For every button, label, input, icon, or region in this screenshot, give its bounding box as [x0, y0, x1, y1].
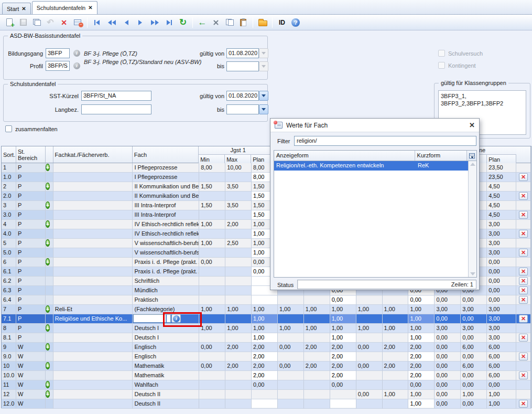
cell-value[interactable]: 1,00 [252, 305, 278, 314]
cell-value[interactable] [225, 333, 252, 343]
toolbar-id-button[interactable]: ID [276, 16, 288, 29]
tab-schulstundentafeln[interactable]: Schulstundentafeln [32, 1, 97, 14]
sst-gueltig-von-dropdown[interactable] [259, 91, 268, 101]
cell-value[interactable]: 2,00 [225, 362, 252, 371]
delete-row-button[interactable] [519, 173, 528, 181]
cell-value[interactable] [304, 352, 330, 362]
delete-row-button[interactable] [519, 277, 528, 285]
cell-value[interactable]: 1,00 [330, 314, 356, 324]
cell-value[interactable]: 1,00 [252, 324, 278, 333]
cell-value[interactable] [225, 295, 252, 305]
cell-value[interactable]: 1,00 [356, 305, 383, 314]
toolbar-new-document[interactable] [3, 16, 16, 29]
column-header-bereich[interactable]: St. Bereich [16, 146, 46, 163]
cell-value[interactable]: 2,00 [408, 352, 435, 362]
table-row[interactable]: 11WWahlfach0,000,000,000,000,000,00 [2, 380, 531, 390]
cell-value[interactable] [225, 380, 252, 390]
toolbar-copy[interactable] [223, 16, 236, 29]
cell-value[interactable]: 0,00 [461, 371, 487, 380]
column-header-fach[interactable]: Fach [133, 146, 199, 163]
column-header-plus[interactable] [46, 146, 53, 163]
cell-value[interactable]: 0,00 [278, 343, 304, 352]
expand-plus-icon[interactable] [46, 324, 50, 332]
cell-value[interactable]: 3,00 [487, 239, 516, 248]
cell-value[interactable]: 6,00 [461, 343, 487, 352]
expand-plus-icon[interactable] [46, 164, 50, 171]
cell-value[interactable]: 2,00 [252, 343, 278, 352]
cell-value[interactable] [356, 352, 383, 362]
expand-plus-icon[interactable] [46, 239, 50, 247]
cell-value[interactable]: 6,00 [487, 371, 516, 380]
cell-value[interactable]: 1,50 [199, 182, 225, 192]
cell-value[interactable]: 0,00 [330, 380, 356, 390]
cell-value[interactable]: 0,00 [356, 390, 383, 399]
cell-value[interactable] [278, 380, 304, 390]
cell-value[interactable] [199, 229, 225, 239]
toolbar-table-remove[interactable] [71, 16, 84, 29]
cell-value[interactable]: 0,00 [461, 333, 487, 343]
cell-value[interactable] [199, 192, 225, 201]
dialog-result-row[interactable]: Religion/rel.-eth. Kompetenzen entwickel… [274, 161, 468, 171]
cell-value[interactable]: 3,00 [435, 305, 461, 314]
table-row[interactable]: 10WMathematik0,002,002,000,002,002,000,0… [2, 362, 531, 371]
column-header-min[interactable]: Min [199, 155, 225, 163]
cell-value[interactable]: 1,00 [304, 324, 330, 333]
cell-value[interactable]: 3,00 [487, 314, 516, 324]
scroll-up-icon[interactable] [470, 163, 475, 166]
cell-value[interactable]: 3,00 [487, 305, 516, 314]
column-header-anzeigeform[interactable]: Anzeigeform [274, 151, 415, 161]
cell-value[interactable] [278, 333, 304, 343]
cell-value[interactable]: 2,00 [252, 352, 278, 362]
cell-value[interactable]: 6,00 [487, 362, 516, 371]
cell-value[interactable]: 0,00 [461, 380, 487, 390]
cell-value[interactable]: 2,00 [330, 371, 356, 380]
cell-value[interactable] [199, 267, 225, 277]
basis-gueltig-von-field[interactable]: 01.08.2020 [226, 48, 259, 58]
cell-value[interactable]: 3,00 [487, 333, 516, 343]
cell-value[interactable] [199, 314, 225, 324]
cell-value[interactable] [356, 380, 383, 390]
cell-value[interactable] [304, 380, 330, 390]
cell-value[interactable]: 6,00 [487, 343, 516, 352]
cell-value[interactable]: 2,00 [330, 352, 356, 362]
scroll-down-icon[interactable] [470, 272, 475, 275]
expand-plus-icon[interactable] [46, 183, 50, 190]
toolbar-nav-prev-fast[interactable] [104, 16, 119, 29]
delete-row-button[interactable] [519, 230, 528, 238]
bildungsgang-field[interactable]: 3BFP [46, 48, 70, 58]
cell-value[interactable]: 2,00 [408, 362, 435, 371]
cell-value[interactable] [252, 399, 278, 409]
column-header-sort[interactable]: Sort. [2, 146, 16, 163]
cell-value[interactable]: 6,00 [461, 362, 487, 371]
cell-value[interactable] [383, 295, 409, 305]
cell-value[interactable] [199, 371, 225, 380]
cell-value[interactable] [225, 371, 252, 380]
cell-value[interactable]: 23,50 [487, 173, 516, 182]
toolbar-cut[interactable] [210, 16, 222, 29]
table-row[interactable]: 7.1PReligiöse und Ethische Ko...1,001,00… [2, 314, 531, 324]
cell-value[interactable] [199, 277, 225, 286]
toolbar-help[interactable] [289, 16, 302, 29]
cell-value[interactable]: 3,50 [225, 182, 252, 192]
cell-value[interactable] [356, 371, 383, 380]
cell-value[interactable]: 1,00 [330, 333, 356, 343]
table-row[interactable]: 8PDeutsch I1,001,001,001,001,001,001,001… [2, 324, 531, 333]
cell-value[interactable]: 2,00 [330, 343, 356, 352]
cell-value[interactable] [225, 399, 252, 409]
cell-value[interactable]: 1,00 [408, 314, 435, 324]
cell-value[interactable]: 3,00 [435, 324, 461, 333]
cell-value[interactable]: 1,00 [278, 305, 304, 314]
cell-value[interactable]: 1,00 [330, 324, 356, 333]
toolbar-back-arrow[interactable] [196, 16, 209, 29]
cell-value[interactable] [225, 390, 252, 399]
cell-value[interactable] [278, 371, 304, 380]
expand-plus-icon[interactable] [46, 381, 50, 388]
cell-value[interactable]: 0,00 [435, 333, 461, 343]
expand-plus-icon[interactable] [46, 201, 50, 209]
delete-row-button[interactable] [519, 371, 528, 379]
cell-value[interactable]: 0,00 [199, 343, 225, 352]
cell-value[interactable] [252, 390, 278, 399]
cell-value[interactable]: 1,00 [356, 324, 383, 333]
cell-value[interactable]: 0,00 [487, 286, 516, 295]
cell-value[interactable]: 0,00 [356, 343, 383, 352]
